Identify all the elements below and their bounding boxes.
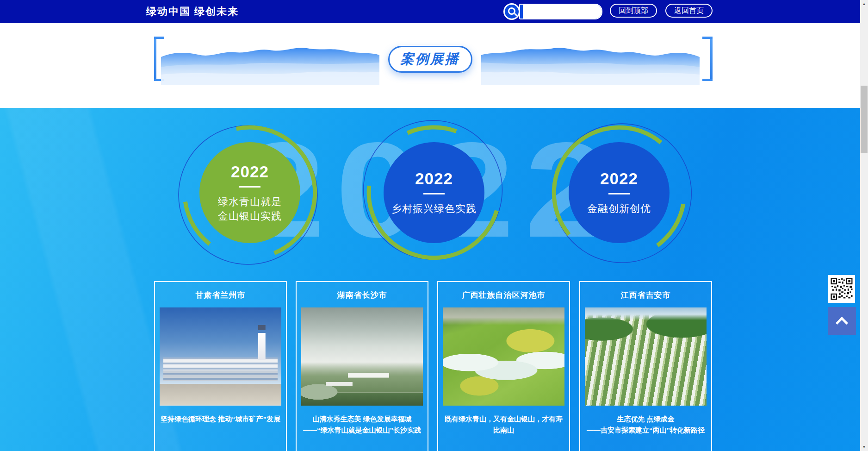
scrollbar-down-arrow[interactable]: ▼ [860,443,868,451]
changsha-misty-village-photo [301,307,423,406]
badge-rural-revitalization: 2022 乡村振兴绿色实践 [358,116,510,269]
badge-divider [423,193,445,194]
chevron-up-icon [836,317,848,329]
badge-financial-innovation: 2022 金融创新创优 [543,116,695,269]
qr-code [828,275,855,303]
badge-circle[interactable]: 2022 乡村振兴绿色实践 [384,142,484,243]
case-card-changsha[interactable]: 湖南省长沙市 山清水秀生态美 绿色发展幸福城 ——“绿水青山就是金山银山”长沙实… [296,281,428,451]
caption-line: 生态优先 点绿成金 [585,413,706,425]
section-title-pill: 案例展播 [388,46,472,73]
badge-circle[interactable]: 2022 绿水青山就是 金山银山实践 [199,142,300,243]
case-card-lanzhou[interactable]: 甘肃省兰州市 坚持绿色循环理念 推动“城市矿产”发展 [154,281,287,451]
card-city-title: 甘肃省兰州市 [155,290,286,301]
search-icon[interactable] [503,3,520,20]
case-card-hechi[interactable]: 广西壮族自治区河池市 既有绿水青山，又有金山银山，才有寿比南山 [437,281,570,451]
scroll-top-button[interactable] [828,307,856,335]
caption-line: ——吉安市探索建立“两山”转化新路径 [585,425,706,436]
mountains-left-decoration [161,38,379,85]
card-caption: 坚持绿色循环理念 推动“城市矿产”发展 [160,413,281,425]
back-to-top-button[interactable]: 回到顶部 [610,4,657,18]
badge-divider [239,186,260,188]
banner-section: 案例展播 [0,23,860,108]
section-title: 案例展播 [401,50,460,69]
page: 绿动中国 绿创未来 搜索 回到顶部 返回首页 [0,0,860,451]
top-bar: 绿动中国 绿创未来 搜索 回到顶部 返回首页 [0,0,860,23]
qr-pattern [830,277,853,301]
scrollbar[interactable]: ▲ ▼ [860,0,868,451]
badge-year: 2022 [600,169,638,188]
card-city-title: 湖南省长沙市 [297,290,428,301]
caption-line: 坚持绿色循环理念 推动“城市矿产”发展 [160,413,281,425]
card-caption: 山清水秀生态美 绿色发展幸福城 ——“绿水青山就是金山银山”长沙实践 [302,413,422,436]
site-slogan: 绿动中国 绿创未来 [146,0,239,23]
badge-label-line: 金融创新创优 [587,201,651,216]
case-card-jian[interactable]: 江西省吉安市 生态优先 点绿成金 ——吉安市探索建立“两山”转化新路径 [579,281,712,451]
search-form: 搜索 [519,4,602,19]
caption-line: 山清水秀生态美 绿色发展幸福城 [302,413,422,425]
mountains-right-decoration [481,38,700,85]
hechi-river-fields-photo [443,307,564,406]
scrollbar-thumb[interactable] [861,86,868,153]
badge-label-line: 乡村振兴绿色实践 [391,201,477,216]
badge-divider [608,193,630,194]
showcase-section: 2022 2022 绿水青山就是 金山银山实践 2022 [0,108,860,451]
badge-label-line: 金山银山实践 [218,209,282,223]
card-city-title: 广西壮族自治区河池市 [438,290,569,301]
card-caption: 既有绿水青山，又有金山银山，才有寿比南山 [443,413,564,436]
badge-two-mountains-practice: 2022 绿水青山就是 金山银山实践 [174,116,326,269]
badge-label-line: 绿水青山就是 [218,194,282,209]
badge-year: 2022 [231,163,269,181]
caption-line: 既有绿水青山，又有金山银山，才有寿比南山 [443,413,564,436]
search-input[interactable] [523,5,602,19]
back-home-button[interactable]: 返回首页 [665,4,713,18]
badge-year: 2022 [415,169,453,188]
magnifier-glyph [508,7,515,15]
scrollbar-up-arrow[interactable]: ▲ [860,0,868,8]
jian-terraced-fields-photo [585,307,707,406]
bracket-right-decoration [702,37,713,81]
card-caption: 生态优先 点绿成金 ——吉安市探索建立“两山”转化新路径 [585,413,706,436]
card-city-title: 江西省吉安市 [580,290,711,301]
lanzhou-industrial-building-photo [160,307,281,406]
badge-circle[interactable]: 2022 金融创新创优 [569,142,670,243]
caption-line: ——“绿水青山就是金山银山”长沙实践 [302,425,422,436]
